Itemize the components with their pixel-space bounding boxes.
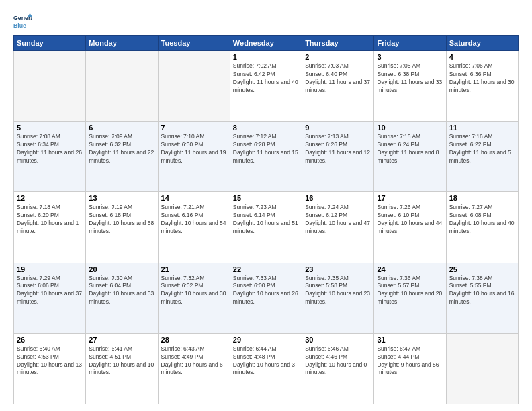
calendar-cell: 25 Sunrise: 7:38 AMSunset: 5:55 PMDaylig… [446, 263, 518, 333]
day-info: Sunrise: 7:16 AMSunset: 6:22 PMDaylight:… [449, 133, 515, 165]
day-info: Sunrise: 7:32 AMSunset: 6:02 PMDaylight:… [161, 275, 227, 307]
day-number: 29 [233, 336, 299, 344]
day-number: 30 [305, 336, 371, 344]
calendar-cell: 21 Sunrise: 7:32 AMSunset: 6:02 PMDaylig… [158, 263, 230, 333]
page: General Blue SundayMondayTuesdayWednesda… [0, 0, 532, 411]
day-number: 24 [377, 265, 443, 273]
day-info: Sunrise: 7:27 AMSunset: 6:08 PMDaylight:… [449, 203, 515, 236]
calendar-week-row: 1 Sunrise: 7:02 AMSunset: 6:42 PMDayligh… [14, 51, 519, 122]
header: General Blue [13, 12, 519, 31]
calendar-cell: 4 Sunrise: 7:06 AMSunset: 6:36 PMDayligh… [446, 51, 518, 122]
day-number: 8 [233, 124, 299, 132]
day-number: 15 [233, 194, 299, 202]
calendar-week-row: 12 Sunrise: 7:18 AMSunset: 6:20 PMDaylig… [14, 192, 519, 263]
calendar-cell: 7 Sunrise: 7:10 AMSunset: 6:30 PMDayligh… [158, 122, 230, 192]
calendar-week-row: 19 Sunrise: 7:29 AMSunset: 6:06 PMDaylig… [14, 263, 519, 333]
calendar-cell: 28 Sunrise: 6:43 AMSunset: 4:49 PMDaylig… [158, 333, 230, 404]
day-info: Sunrise: 7:26 AMSunset: 6:10 PMDaylight:… [377, 203, 443, 236]
calendar-cell: 27 Sunrise: 6:41 AMSunset: 4:51 PMDaylig… [86, 333, 158, 404]
calendar-week-row: 26 Sunrise: 6:40 AMSunset: 4:53 PMDaylig… [14, 333, 519, 404]
calendar-cell: 24 Sunrise: 7:36 AMSunset: 5:57 PMDaylig… [374, 263, 446, 333]
day-number: 14 [161, 194, 227, 202]
day-number: 9 [305, 124, 371, 132]
calendar-cell: 26 Sunrise: 6:40 AMSunset: 4:53 PMDaylig… [14, 333, 86, 404]
day-number: 17 [377, 194, 443, 202]
weekday-header-tuesday: Tuesday [158, 36, 230, 51]
calendar-table: SundayMondayTuesdayWednesdayThursdayFrid… [13, 35, 519, 404]
weekday-header-monday: Monday [86, 36, 158, 51]
calendar-cell: 3 Sunrise: 7:05 AMSunset: 6:38 PMDayligh… [374, 51, 446, 122]
calendar-cell: 31 Sunrise: 6:47 AMSunset: 4:44 PMDaylig… [374, 333, 446, 404]
day-info: Sunrise: 7:29 AMSunset: 6:06 PMDaylight:… [17, 275, 83, 307]
day-info: Sunrise: 6:41 AMSunset: 4:51 PMDaylight:… [89, 345, 154, 377]
day-info: Sunrise: 7:38 AMSunset: 5:55 PMDaylight:… [449, 275, 515, 307]
calendar-cell: 16 Sunrise: 7:24 AMSunset: 6:12 PMDaylig… [302, 192, 374, 263]
day-number: 19 [17, 265, 83, 273]
day-number: 3 [377, 53, 443, 61]
calendar-cell: 2 Sunrise: 7:03 AMSunset: 6:40 PMDayligh… [302, 51, 374, 122]
day-info: Sunrise: 7:21 AMSunset: 6:16 PMDaylight:… [161, 203, 227, 236]
day-number: 31 [377, 336, 443, 344]
calendar-cell: 19 Sunrise: 7:29 AMSunset: 6:06 PMDaylig… [14, 263, 86, 333]
day-info: Sunrise: 7:05 AMSunset: 6:38 PMDaylight:… [377, 62, 443, 95]
day-info: Sunrise: 7:15 AMSunset: 6:24 PMDaylight:… [377, 133, 443, 165]
calendar-cell: 6 Sunrise: 7:09 AMSunset: 6:32 PMDayligh… [86, 122, 158, 192]
day-number: 7 [161, 124, 227, 132]
day-number: 16 [305, 194, 371, 202]
day-info: Sunrise: 7:23 AMSunset: 6:14 PMDaylight:… [233, 203, 299, 236]
calendar-cell: 14 Sunrise: 7:21 AMSunset: 6:16 PMDaylig… [158, 192, 230, 263]
calendar-cell: 30 Sunrise: 6:46 AMSunset: 4:46 PMDaylig… [302, 333, 374, 404]
calendar-cell: 23 Sunrise: 7:35 AMSunset: 5:58 PMDaylig… [302, 263, 374, 333]
weekday-header-saturday: Saturday [446, 36, 518, 51]
weekday-header-sunday: Sunday [14, 36, 86, 51]
day-info: Sunrise: 7:12 AMSunset: 6:28 PMDaylight:… [233, 133, 299, 165]
logo-icon: General Blue [13, 12, 32, 31]
day-info: Sunrise: 6:47 AMSunset: 4:44 PMDaylight:… [377, 345, 443, 377]
calendar-cell: 22 Sunrise: 7:33 AMSunset: 6:00 PMDaylig… [230, 263, 302, 333]
day-number: 10 [377, 124, 443, 132]
calendar-cell: 1 Sunrise: 7:02 AMSunset: 6:42 PMDayligh… [230, 51, 302, 122]
day-number: 25 [449, 265, 515, 273]
calendar-cell: 20 Sunrise: 7:30 AMSunset: 6:04 PMDaylig… [86, 263, 158, 333]
day-info: Sunrise: 7:35 AMSunset: 5:58 PMDaylight:… [305, 275, 371, 307]
day-info: Sunrise: 7:18 AMSunset: 6:20 PMDaylight:… [17, 203, 83, 236]
calendar-cell: 18 Sunrise: 7:27 AMSunset: 6:08 PMDaylig… [446, 192, 518, 263]
day-info: Sunrise: 7:13 AMSunset: 6:26 PMDaylight:… [305, 133, 371, 165]
calendar-cell: 10 Sunrise: 7:15 AMSunset: 6:24 PMDaylig… [374, 122, 446, 192]
calendar-cell: 5 Sunrise: 7:08 AMSunset: 6:34 PMDayligh… [14, 122, 86, 192]
calendar-cell: 12 Sunrise: 7:18 AMSunset: 6:20 PMDaylig… [14, 192, 86, 263]
day-number: 21 [161, 265, 227, 273]
calendar-cell [14, 51, 86, 122]
day-info: Sunrise: 7:03 AMSunset: 6:40 PMDaylight:… [305, 62, 371, 95]
day-number: 22 [233, 265, 299, 273]
calendar-cell: 15 Sunrise: 7:23 AMSunset: 6:14 PMDaylig… [230, 192, 302, 263]
calendar-week-row: 5 Sunrise: 7:08 AMSunset: 6:34 PMDayligh… [14, 122, 519, 192]
weekday-header-wednesday: Wednesday [230, 36, 302, 51]
calendar-cell: 29 Sunrise: 6:44 AMSunset: 4:48 PMDaylig… [230, 333, 302, 404]
calendar-cell [446, 333, 518, 404]
weekday-header-friday: Friday [374, 36, 446, 51]
calendar-cell: 11 Sunrise: 7:16 AMSunset: 6:22 PMDaylig… [446, 122, 518, 192]
day-number: 27 [89, 336, 154, 344]
calendar-cell [86, 51, 158, 122]
day-number: 23 [305, 265, 371, 273]
day-number: 4 [449, 53, 515, 61]
day-info: Sunrise: 6:46 AMSunset: 4:46 PMDaylight:… [305, 345, 371, 377]
day-number: 18 [449, 194, 515, 202]
day-info: Sunrise: 7:06 AMSunset: 6:36 PMDaylight:… [449, 62, 515, 95]
day-info: Sunrise: 7:36 AMSunset: 5:57 PMDaylight:… [377, 275, 443, 307]
day-number: 20 [89, 265, 154, 273]
day-number: 26 [17, 336, 83, 344]
weekday-header-thursday: Thursday [302, 36, 374, 51]
day-number: 5 [17, 124, 83, 132]
day-info: Sunrise: 6:43 AMSunset: 4:49 PMDaylight:… [161, 345, 227, 377]
day-info: Sunrise: 7:10 AMSunset: 6:30 PMDaylight:… [161, 133, 227, 165]
calendar-cell: 9 Sunrise: 7:13 AMSunset: 6:26 PMDayligh… [302, 122, 374, 192]
day-info: Sunrise: 6:44 AMSunset: 4:48 PMDaylight:… [233, 345, 299, 377]
svg-text:Blue: Blue [13, 22, 26, 29]
calendar-cell: 8 Sunrise: 7:12 AMSunset: 6:28 PMDayligh… [230, 122, 302, 192]
day-number: 28 [161, 336, 227, 344]
day-info: Sunrise: 7:08 AMSunset: 6:34 PMDaylight:… [17, 133, 83, 165]
day-info: Sunrise: 7:30 AMSunset: 6:04 PMDaylight:… [89, 275, 154, 307]
calendar-cell: 17 Sunrise: 7:26 AMSunset: 6:10 PMDaylig… [374, 192, 446, 263]
